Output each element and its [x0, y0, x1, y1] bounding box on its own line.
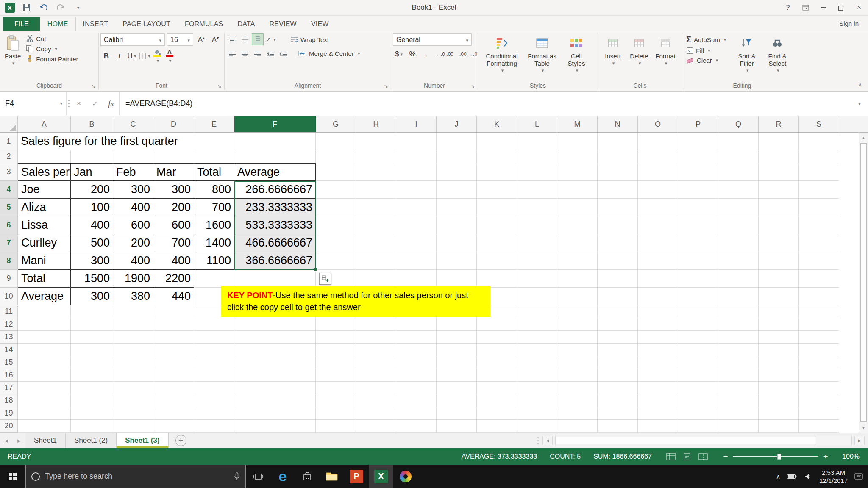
font-dialog-launcher[interactable]: [216, 83, 223, 89]
cell-R5[interactable]: [759, 199, 799, 216]
column-header-E[interactable]: E: [194, 116, 234, 132]
cell-O5[interactable]: [638, 199, 678, 216]
cell-C19[interactable]: [113, 407, 153, 420]
cell-D12[interactable]: [153, 318, 194, 331]
cell-Q6[interactable]: [718, 216, 759, 234]
page-layout-view-button[interactable]: [681, 451, 693, 462]
task-view-button[interactable]: [246, 465, 270, 488]
cell-L4[interactable]: [517, 181, 557, 199]
new-sheet-button[interactable]: [175, 435, 186, 446]
row-header-3[interactable]: 3: [0, 163, 18, 181]
cell-B11[interactable]: [71, 305, 113, 318]
cell-K5[interactable]: [477, 199, 517, 216]
format-as-table-button[interactable]: Format as Table: [524, 33, 560, 75]
cell-P20[interactable]: [678, 420, 718, 433]
row-header-7[interactable]: 7: [0, 234, 18, 252]
increase-indent-button[interactable]: [277, 47, 289, 59]
cell-F5[interactable]: 233.3333333: [234, 199, 316, 216]
cell-P14[interactable]: [678, 344, 718, 356]
cell-H19[interactable]: [356, 407, 396, 420]
cell-J9[interactable]: [437, 270, 477, 288]
taskbar-search-box[interactable]: Type here to search: [25, 465, 246, 488]
horizontal-scrollbar-track[interactable]: [555, 436, 852, 445]
cell-R13[interactable]: [759, 331, 799, 344]
cell-L14[interactable]: [517, 344, 557, 356]
cell-O16[interactable]: [638, 369, 678, 382]
cell-M18[interactable]: [557, 394, 598, 407]
cell-Q19[interactable]: [718, 407, 759, 420]
cell-P2[interactable]: [678, 150, 718, 163]
align-center-button[interactable]: [239, 47, 251, 59]
row-header-16[interactable]: 16: [0, 369, 18, 382]
normal-view-button[interactable]: [665, 451, 677, 462]
cell-J8[interactable]: [437, 252, 477, 270]
format-painter-button[interactable]: Format Painter: [24, 54, 80, 64]
paste-button[interactable]: Paste: [2, 33, 24, 68]
cell-F18[interactable]: [234, 394, 316, 407]
cell-O9[interactable]: [638, 270, 678, 288]
cell-B9[interactable]: 1500: [71, 270, 113, 288]
cell-A17[interactable]: [18, 382, 71, 394]
row-header-2[interactable]: 2: [0, 150, 18, 163]
cell-S20[interactable]: [799, 420, 839, 433]
cell-I12[interactable]: [396, 318, 437, 331]
cell-O10[interactable]: [638, 288, 678, 305]
status-count[interactable]: COUNT: 5: [550, 453, 581, 460]
cell-A3[interactable]: Sales pers: [18, 163, 71, 181]
cell-S16[interactable]: [799, 369, 839, 382]
cell-G6[interactable]: [316, 216, 356, 234]
cell-R19[interactable]: [759, 407, 799, 420]
cell-J4[interactable]: [437, 181, 477, 199]
cell-M14[interactable]: [557, 344, 598, 356]
cell-K3[interactable]: [477, 163, 517, 181]
cell-L19[interactable]: [517, 407, 557, 420]
select-all-corner[interactable]: [0, 116, 18, 132]
cell-S3[interactable]: [799, 163, 839, 181]
cell-F20[interactable]: [234, 420, 316, 433]
cell-H1[interactable]: [356, 133, 396, 150]
cell-K17[interactable]: [477, 382, 517, 394]
increase-decimal-button[interactable]: ←.0 .00: [434, 50, 456, 59]
cell-E3[interactable]: Total: [194, 163, 234, 181]
cell-D2[interactable]: [153, 150, 194, 163]
cell-I6[interactable]: [396, 216, 437, 234]
clipboard-dialog-launcher[interactable]: [90, 83, 97, 89]
cell-N9[interactable]: [598, 270, 638, 288]
cell-C16[interactable]: [113, 369, 153, 382]
cell-F17[interactable]: [234, 382, 316, 394]
cell-I4[interactable]: [396, 181, 437, 199]
cell-C17[interactable]: [113, 382, 153, 394]
cell-O4[interactable]: [638, 181, 678, 199]
row-header-14[interactable]: 14: [0, 344, 18, 356]
cell-C9[interactable]: 1900: [113, 270, 153, 288]
cell-Q5[interactable]: [718, 199, 759, 216]
cell-E5[interactable]: 700: [194, 199, 234, 216]
cell-G18[interactable]: [316, 394, 356, 407]
cell-C3[interactable]: Feb: [113, 163, 153, 181]
column-header-P[interactable]: P: [678, 116, 718, 132]
italic-button[interactable]: I: [113, 50, 125, 62]
column-header-Q[interactable]: Q: [718, 116, 759, 132]
row-header-13[interactable]: 13: [0, 331, 18, 344]
cell-E8[interactable]: 1100: [194, 252, 234, 270]
redo-button[interactable]: [55, 2, 66, 13]
scroll-right-button[interactable]: ►: [854, 436, 865, 445]
cell-O11[interactable]: [638, 305, 678, 318]
column-header-H[interactable]: H: [356, 116, 396, 132]
decrease-indent-button[interactable]: [264, 47, 276, 59]
cell-A11[interactable]: [18, 305, 71, 318]
cell-N17[interactable]: [598, 382, 638, 394]
tab-view[interactable]: VIEW: [304, 17, 336, 31]
zoom-slider[interactable]: [733, 453, 818, 460]
cell-K18[interactable]: [477, 394, 517, 407]
cell-Q3[interactable]: [718, 163, 759, 181]
cell-E16[interactable]: [194, 369, 234, 382]
cell-S9[interactable]: [799, 270, 839, 288]
restore-button[interactable]: [832, 0, 850, 15]
cell-R16[interactable]: [759, 369, 799, 382]
middle-align-button[interactable]: [239, 33, 251, 45]
column-header-A[interactable]: A: [18, 116, 71, 132]
cut-button[interactable]: Cut: [24, 33, 80, 44]
status-average[interactable]: AVERAGE: 373.3333333: [462, 453, 537, 460]
cell-R12[interactable]: [759, 318, 799, 331]
